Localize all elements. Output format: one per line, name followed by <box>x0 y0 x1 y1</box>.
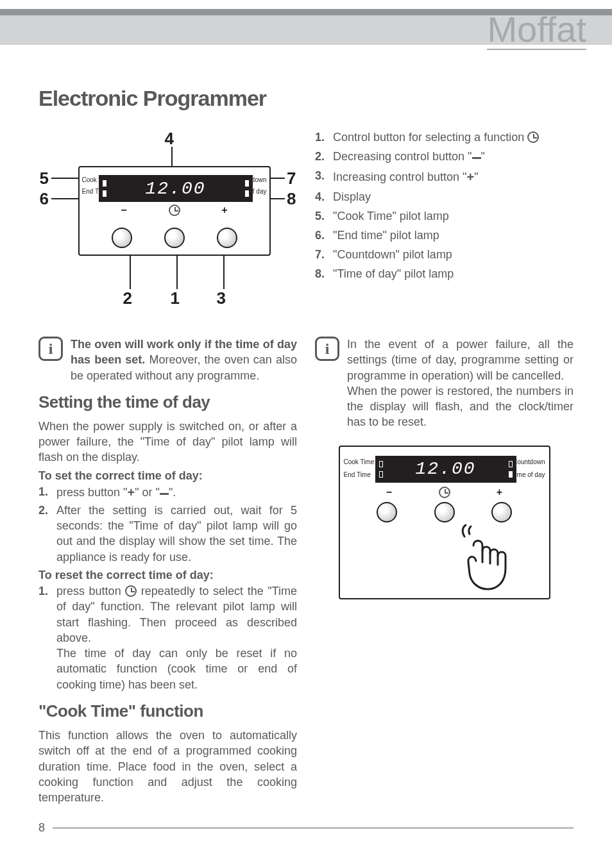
page-number: 8 <box>38 821 45 835</box>
pilot-countdown <box>509 461 513 467</box>
heading-reset-correct: To reset the correct time of day: <box>38 569 297 582</box>
leader <box>271 198 285 199</box>
top-row: 4 5 6 7 8 2 1 3 Cook Time End Time <box>38 129 574 324</box>
set-steps: 1. press button "+" or "". 2. After the … <box>38 484 297 565</box>
plus-symbol: + <box>221 204 227 217</box>
heading-cook-time: "Cook Time" function <box>38 701 297 721</box>
callout-6: 6 <box>40 189 49 209</box>
step-item: 2. After the setting is carried out, wai… <box>38 503 297 565</box>
plus-icon: + <box>467 170 475 184</box>
heading-setting-time: Setting the time of day <box>38 392 297 412</box>
decrease-button[interactable] <box>377 502 397 522</box>
display-value: 12.00 <box>415 459 475 479</box>
callout-7: 7 <box>287 169 296 188</box>
function-button[interactable] <box>434 502 455 522</box>
info-icon: i <box>38 337 63 361</box>
page-title: Electronic Programmer <box>38 86 574 111</box>
leader <box>51 198 78 199</box>
plus-icon: + <box>127 485 135 499</box>
legend-item: 5."Cook Time" pilot lamp <box>315 208 574 225</box>
leader <box>51 178 78 179</box>
step-item: 1. press button "+" or "". <box>38 484 297 501</box>
leader <box>223 256 225 289</box>
legend-item: 3.Increasing control button "+" <box>315 167 574 187</box>
label-end-time: End Time <box>344 471 371 478</box>
para-setting-intro: When the power supply is switched on, or… <box>38 419 297 465</box>
label-cook-time: Cook Time <box>344 458 375 465</box>
callout-3: 3 <box>217 288 226 308</box>
programmer-panel: Cook Time End Time Countdown Time of day… <box>78 166 271 256</box>
legend-item: 8."Time of day" pilot lamp <box>315 265 574 283</box>
legend-column: 1.Control button for selecting a functio… <box>315 129 574 324</box>
clock-icon <box>169 204 180 216</box>
function-button[interactable] <box>164 228 185 248</box>
label-countdown: Countdown <box>513 458 545 465</box>
minus-icon <box>472 157 481 159</box>
pilot-cook-time <box>379 461 383 467</box>
page-footer: 8 <box>0 821 612 853</box>
minus-symbol: − <box>121 204 126 217</box>
pilot-end-time <box>379 471 383 478</box>
brand-text: Moffat <box>487 12 586 50</box>
increase-button[interactable] <box>491 502 512 522</box>
button-row <box>80 228 269 248</box>
clock-symbol <box>439 487 450 499</box>
pilot-cook-time <box>103 180 106 187</box>
legend-item: 2.Decreasing control button "" <box>315 148 574 165</box>
minus-icon <box>160 493 169 495</box>
info-icon: i <box>315 337 339 361</box>
diagram-column: 4 5 6 7 8 2 1 3 Cook Time End Time <box>38 129 297 324</box>
pilot-time-of-day <box>509 471 513 478</box>
content-row: i The oven will work only if the time of… <box>38 337 574 808</box>
page-body: Electronic Programmer 4 5 6 7 8 2 1 3 <box>0 45 612 821</box>
legend-item: 4.Display <box>315 188 574 206</box>
reset-steps: 1. press button repeatedly to select the… <box>38 583 297 692</box>
clock-icon <box>125 585 137 597</box>
pilot-end-time <box>103 190 106 197</box>
info-box-1: i The oven will work only if the time of… <box>38 337 297 383</box>
hand-press-icon <box>461 524 516 594</box>
info-box-2: i In the event of a power failure, all t… <box>315 337 574 430</box>
decrease-button[interactable] <box>112 228 132 248</box>
right-content: i In the event of a power failure, all t… <box>315 337 574 808</box>
pilot-time-of-day <box>245 190 249 197</box>
clock-icon <box>439 487 450 498</box>
lcd-display: 12.00 <box>99 175 253 202</box>
display-value: 12.00 <box>145 179 205 199</box>
plus-symbol: + <box>497 487 502 499</box>
heading-set-correct: To set the correct time of day: <box>38 469 297 483</box>
clock-icon <box>527 131 539 143</box>
leader <box>130 256 131 289</box>
para-cook-time: This function allows the oven to automat… <box>38 728 297 805</box>
callout-5: 5 <box>40 169 49 188</box>
programmer-diagram: 4 5 6 7 8 2 1 3 Cook Time End Time <box>40 129 296 308</box>
pilot-countdown <box>245 180 249 187</box>
step-item: 1. press button repeatedly to select the… <box>38 583 297 692</box>
header-band: Moffat <box>0 15 612 45</box>
left-content: i The oven will work only if the time of… <box>38 337 297 808</box>
clock-symbol <box>169 204 180 217</box>
label-time-of-day: Time of day <box>512 471 545 478</box>
legend-list: 1.Control button for selecting a functio… <box>315 129 574 283</box>
programmer-diagram-small: Cook Time End Time Countdown Time of day… <box>339 446 550 599</box>
legend-item: 6."End time" pilot lamp <box>315 227 574 244</box>
increase-button[interactable] <box>217 228 237 248</box>
lcd-display: 12.00 <box>375 456 516 483</box>
minus-symbol: − <box>386 487 392 499</box>
callout-2: 2 <box>123 288 132 308</box>
callout-8: 8 <box>287 189 296 209</box>
callout-1: 1 <box>171 288 180 308</box>
info-text: The oven will work only if the time of d… <box>71 337 297 383</box>
legend-item: 7."Countdown" pilot lamp <box>315 246 574 263</box>
leader <box>271 178 285 179</box>
brand-logo: Moffat <box>487 12 586 50</box>
legend-item: 1.Control button for selecting a functio… <box>315 129 574 146</box>
leader <box>176 256 178 289</box>
footer-rule <box>53 827 574 829</box>
callout-4: 4 <box>165 129 174 149</box>
info-text: In the event of a power failure, all the… <box>347 337 574 430</box>
